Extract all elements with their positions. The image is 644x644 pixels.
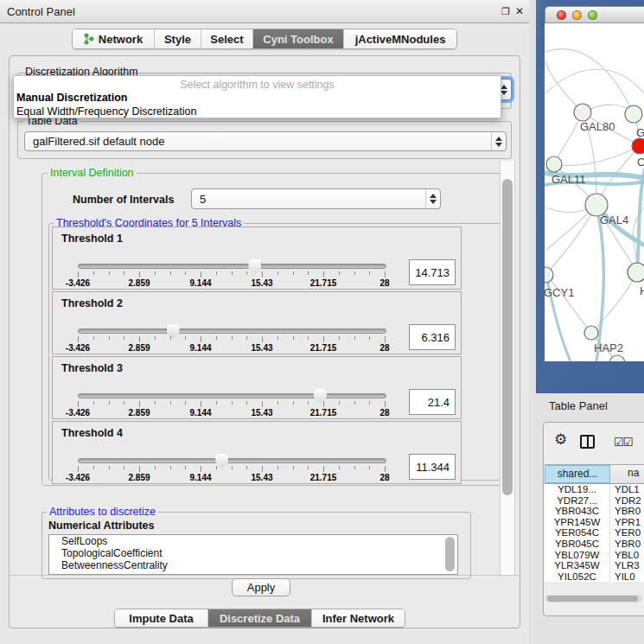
table-row[interactable]: YER054CYER0	[545, 527, 644, 539]
table-hscrollbar-thumb[interactable]	[547, 596, 638, 602]
number-of-intervals-combobox[interactable]: 5	[191, 188, 441, 209]
threshold-value-field[interactable]: 6.316	[409, 324, 456, 350]
tab-label: Network	[99, 33, 143, 46]
slider-tick	[216, 466, 217, 469]
panel-title: Control Panel	[7, 5, 75, 18]
column-header-shared-name[interactable]: shared...	[545, 465, 610, 483]
network-node[interactable]	[574, 104, 591, 121]
threshold-value-field[interactable]: 14.713	[409, 259, 456, 285]
slider-tick	[323, 401, 324, 407]
slider-tick	[385, 271, 386, 277]
slider-tick	[369, 466, 370, 469]
tab-label: Impute Data	[129, 612, 193, 625]
slider-track[interactable]	[78, 264, 386, 269]
threshold-title: Threshold 4	[61, 427, 123, 439]
apply-button[interactable]: Apply	[232, 578, 290, 596]
bottom-tab-bar: Impute Data Discretize Data Infer Networ…	[114, 609, 405, 628]
network-node-label: H	[640, 284, 644, 297]
attribute-list-item[interactable]: BetweennessCentrality	[49, 559, 457, 571]
network-canvas[interactable]: GAL80GACGAL11GAL4GCY1HHAP2	[545, 23, 644, 361]
network-node[interactable]	[625, 105, 642, 123]
column-header-name[interactable]: na	[610, 465, 644, 483]
close-icon[interactable]: ✕	[515, 6, 524, 16]
tab-network[interactable]: Network	[73, 29, 155, 48]
tab-infer-network[interactable]: Infer Network	[312, 609, 405, 627]
slider-tick	[308, 466, 309, 469]
attributes-group-label: Attributes to discretize	[47, 506, 158, 518]
zoom-traffic-light-icon[interactable]	[588, 10, 597, 20]
slider-tick	[185, 336, 186, 340]
slider-tick	[185, 271, 186, 275]
slider-tick	[354, 466, 355, 469]
network-node[interactable]	[584, 326, 598, 340]
table-data-value: galFiltered.sif default node	[25, 135, 491, 148]
tab-select[interactable]: Select	[201, 29, 253, 48]
slider-tick-label: 28	[379, 408, 389, 418]
popup-algorithm-item[interactable]: Equal Width/Frequency Discretization	[14, 105, 501, 118]
slider-tick	[155, 401, 156, 405]
table-row[interactable]: YBR043CYBR0	[545, 506, 644, 517]
list-scrollbar-thumb[interactable]	[445, 537, 455, 571]
slider-tick	[124, 466, 124, 469]
network-window-titlebar[interactable]	[545, 6, 644, 23]
slider-tick-label: 21.715	[310, 408, 337, 418]
table-data-combobox[interactable]: galFiltered.sif default node	[24, 131, 507, 151]
slider-tick	[109, 271, 110, 275]
slider-tick-label: 15.43	[251, 408, 272, 418]
slider-tick	[155, 466, 156, 469]
tab-label: Select	[210, 33, 243, 46]
checkbox-pair-icon[interactable]: ☑☑	[614, 436, 632, 449]
slider-tick	[170, 336, 171, 340]
table-row[interactable]: YBR045CYBR0	[545, 539, 644, 550]
cell-name: YBL0	[610, 550, 644, 561]
network-node[interactable]	[546, 156, 562, 172]
attribute-list-item[interactable]: SelfLoops	[49, 535, 457, 547]
slider-track[interactable]	[78, 393, 386, 399]
table-row[interactable]: YPR145WYPR1	[545, 517, 644, 528]
slider-tick	[246, 466, 247, 469]
control-panel-titlebar: Control Panel ❐ ✕	[0, 0, 529, 23]
slider-tick	[369, 271, 370, 275]
close-traffic-light-icon[interactable]	[557, 10, 566, 20]
slider-tick	[246, 401, 247, 405]
slider-track[interactable]	[78, 458, 386, 463]
slider-tick-label: 28	[379, 278, 389, 288]
table-row[interactable]: YIL052CYIL0	[545, 571, 644, 583]
table-row[interactable]: YLR345WYLR3	[545, 560, 644, 571]
numerical-attributes-list[interactable]: SelfLoopsTopologicalCoefficientBetweenne…	[48, 534, 458, 575]
slider-tick	[139, 271, 140, 277]
network-node[interactable]	[545, 267, 553, 283]
slider-tick	[277, 401, 278, 405]
network-node[interactable]	[632, 138, 644, 154]
slider-thumb-icon[interactable]	[167, 324, 180, 339]
slider-tick	[339, 401, 340, 405]
popup-algorithm-item[interactable]: Manual Discretization	[14, 91, 501, 105]
table-row[interactable]: YDR27...YDR2	[545, 495, 644, 507]
minimize-traffic-light-icon[interactable]	[572, 10, 582, 20]
table-row[interactable]: YBL079WYBL0	[545, 550, 644, 561]
float-icon[interactable]: ❐	[501, 6, 510, 16]
table-row[interactable]: YDL19...YDL1	[545, 484, 644, 495]
network-node[interactable]	[628, 263, 644, 282]
slider-tick	[139, 401, 140, 407]
slider-thumb-icon[interactable]	[314, 389, 327, 404]
threshold-value-field[interactable]: 11.344	[409, 454, 456, 480]
cell-name: YDL1	[610, 484, 644, 495]
threshold-value-field[interactable]: 21.4	[409, 389, 456, 415]
slider-track[interactable]	[78, 328, 386, 334]
slider-tick-label: 21.715	[310, 343, 337, 353]
tab-cyni-toolbox[interactable]: Cyni Toolbox	[253, 29, 344, 48]
gear-icon[interactable]: ⚙	[554, 432, 567, 447]
slider-tick	[201, 466, 201, 472]
tab-discretize-data[interactable]: Discretize Data	[208, 609, 312, 627]
tab-style[interactable]: Style	[155, 29, 201, 48]
attribute-list-item[interactable]: TopologicalCoefficient	[49, 547, 457, 559]
tab-jactivemnodules[interactable]: jActiveMNodules	[344, 29, 456, 48]
column-layout-icon[interactable]	[580, 435, 595, 449]
slider-tick	[293, 336, 294, 340]
slider-thumb-icon[interactable]	[215, 454, 228, 469]
network-graph: GAL80GACGAL11GAL4GCY1HHAP2	[545, 23, 644, 361]
panel-scrollbar-thumb[interactable]	[502, 179, 513, 495]
tab-impute-data[interactable]: Impute Data	[115, 609, 208, 627]
slider-thumb-icon[interactable]	[248, 259, 261, 274]
